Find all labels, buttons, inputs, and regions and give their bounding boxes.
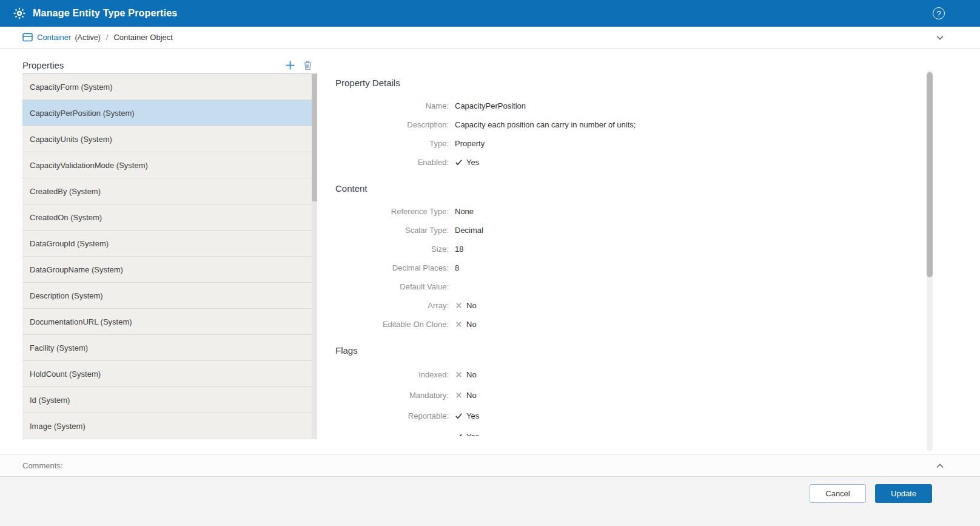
x-icon xyxy=(455,371,463,379)
list-item-label: CreatedOn (System) xyxy=(30,213,102,222)
chevron-up-icon[interactable] xyxy=(935,461,945,471)
detail-row: Description:Capacity each position can c… xyxy=(335,115,869,134)
detail-label: Scalar Type: xyxy=(335,226,449,235)
list-item[interactable]: CapacityValidationMode (System) xyxy=(22,152,317,178)
list-item[interactable]: CapacityPerPosition (System) xyxy=(22,100,317,126)
list-item-label: Description (System) xyxy=(30,291,103,300)
detail-value: Decimal xyxy=(455,226,483,235)
detail-row: Editable On Clone:No xyxy=(335,315,869,334)
detail-value-text: Capacity each position can carry in numb… xyxy=(455,120,636,129)
x-icon xyxy=(455,320,463,328)
list-item[interactable]: Description (System) xyxy=(22,283,317,309)
breadcrumb-current: Container Object xyxy=(113,33,173,42)
list-item-label: DocumentationURL (System) xyxy=(30,317,132,326)
list-item-label: CapacityValidationMode (System) xyxy=(30,161,148,170)
delete-property-icon[interactable] xyxy=(303,61,312,70)
properties-panel: Properties CapacityForm (System)Capacity… xyxy=(22,57,317,439)
detail-label: Default Value: xyxy=(335,282,449,291)
detail-row: Default Value: xyxy=(335,277,869,296)
breadcrumb-entity-link[interactable]: Container xyxy=(37,33,71,42)
detail-value: Yes xyxy=(455,411,479,420)
list-item[interactable]: HoldCount (System) xyxy=(22,361,317,387)
list-item[interactable]: Facility (System) xyxy=(22,335,317,361)
list-item[interactable]: Image (System) xyxy=(22,413,317,439)
detail-value: No xyxy=(455,320,477,329)
detail-value-text: No xyxy=(466,301,477,310)
comments-label: Comments: xyxy=(22,461,62,470)
add-property-icon[interactable] xyxy=(285,60,295,70)
detail-value-text: 18 xyxy=(455,244,463,254)
detail-value: Yes xyxy=(455,158,479,167)
detail-row: Enabled:Yes xyxy=(335,153,869,172)
detail-label: Array: xyxy=(335,301,449,310)
main-content: Properties CapacityForm (System)Capacity… xyxy=(0,49,980,454)
detail-label: Type: xyxy=(335,139,449,148)
detail-row: Reportable:Yes xyxy=(335,405,869,426)
properties-list-scrollbar-thumb[interactable] xyxy=(312,74,317,201)
detail-label: Mandatory: xyxy=(335,391,449,400)
section-rows-content: Reference Type:NoneScalar Type:DecimalSi… xyxy=(335,202,869,334)
detail-value-text: No xyxy=(466,370,477,379)
detail-value: No xyxy=(455,370,477,379)
list-item-label: Id (System) xyxy=(30,396,70,405)
check-icon xyxy=(455,412,463,420)
check-icon xyxy=(455,433,463,437)
properties-list: CapacityForm (System)CapacityPerPosition… xyxy=(22,74,317,439)
list-item-label: CapacityForm (System) xyxy=(30,83,113,92)
list-item[interactable]: Id (System) xyxy=(22,387,317,413)
list-item[interactable]: CreatedBy (System) xyxy=(22,178,317,204)
list-item-label: CapacityUnits (System) xyxy=(30,135,112,144)
detail-value: CapacityPerPosition xyxy=(455,101,526,110)
main-scrollbar-thumb[interactable] xyxy=(927,72,933,277)
detail-label: Enabled: xyxy=(335,158,449,167)
detail-value-text: Yes xyxy=(466,158,479,167)
chevron-down-icon[interactable] xyxy=(935,33,945,42)
detail-label: Reference Type: xyxy=(335,207,449,216)
list-item[interactable]: CreatedOn (System) xyxy=(22,204,317,231)
section-title-property-details: Property Details xyxy=(335,77,869,89)
main-scrollbar[interactable] xyxy=(927,70,933,451)
detail-value-text: Yes xyxy=(466,432,479,437)
help-icon[interactable]: ? xyxy=(933,7,945,19)
detail-value: No xyxy=(455,301,477,310)
list-item[interactable]: CapacityForm (System) xyxy=(22,74,317,100)
detail-row: Indexed:No xyxy=(335,364,869,385)
detail-row: Mandatory:No xyxy=(335,385,869,405)
detail-row: Scalar Type:Decimal xyxy=(335,221,869,240)
detail-value: None xyxy=(455,207,474,216)
list-item[interactable]: DataGroupId (System) xyxy=(22,231,317,257)
detail-label: Name: xyxy=(335,101,449,110)
detail-row: Reference Type:None xyxy=(335,202,869,221)
detail-label: Editable On Clone: xyxy=(335,320,449,329)
breadcrumb: Container (Active) / Container Object xyxy=(0,27,980,49)
detail-value: Capacity each position can carry in numb… xyxy=(455,120,636,129)
properties-list-scrollbar[interactable] xyxy=(312,74,317,439)
container-icon xyxy=(22,33,33,42)
detail-value-text: Decimal xyxy=(455,226,483,235)
list-item[interactable]: DocumentationURL (System) xyxy=(22,309,317,335)
list-item[interactable]: CapacityUnits (System) xyxy=(22,126,317,152)
detail-value: 8 xyxy=(455,263,459,272)
breadcrumb-separator: / xyxy=(106,33,109,42)
detail-value-text: No xyxy=(466,320,477,329)
comments-bar[interactable]: Comments: xyxy=(0,454,980,477)
detail-value: Yes xyxy=(455,432,479,437)
footer-actions: Cancel Update xyxy=(0,477,980,526)
check-icon xyxy=(455,158,463,166)
list-item-label: DataGroupId (System) xyxy=(30,239,109,248)
detail-value-text: Yes xyxy=(466,411,479,420)
detail-value-text: No xyxy=(466,391,477,400)
detail-row: Decimal Places:8 xyxy=(335,258,869,277)
detail-row: Array:No xyxy=(335,296,869,315)
section-title-content: Content xyxy=(335,183,869,195)
section-rows-property-details: Name:CapacityPerPositionDescription:Capa… xyxy=(335,96,869,172)
list-item-label: Facility (System) xyxy=(30,343,88,352)
update-button[interactable]: Update xyxy=(875,484,932,503)
topbar: Manage Entity Type Properties ? xyxy=(0,0,980,27)
help-glyph: ? xyxy=(936,9,941,18)
x-icon xyxy=(455,302,463,309)
detail-row: Type:Property xyxy=(335,134,869,153)
cancel-button[interactable]: Cancel xyxy=(810,484,866,503)
properties-panel-header: Properties xyxy=(22,57,317,74)
list-item[interactable]: DataGroupName (System) xyxy=(22,257,317,283)
